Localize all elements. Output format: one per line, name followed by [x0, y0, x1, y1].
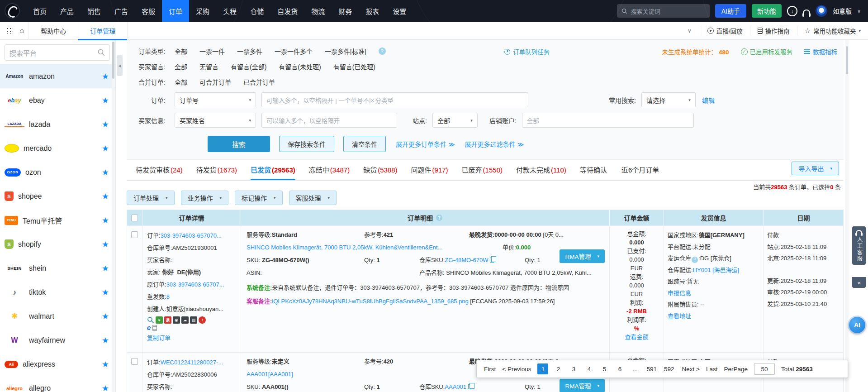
- uncreated-orders-stat[interactable]: 未生成系统单统计：480: [662, 47, 729, 56]
- home-icon[interactable]: ⌂: [19, 26, 24, 35]
- filter-option[interactable]: 有留言(全部): [231, 62, 266, 71]
- status-tab[interactable]: 已发货(29563): [251, 165, 295, 180]
- view-amount-link[interactable]: 查看金额: [610, 333, 664, 341]
- star-icon[interactable]: ★: [102, 287, 109, 297]
- return-icon[interactable]: 退: [164, 316, 171, 324]
- pagination-page[interactable]: 3: [568, 363, 579, 374]
- filter-option[interactable]: 有留言(未处理): [279, 62, 321, 71]
- invoice-icon[interactable]: ¥: [156, 316, 163, 324]
- warehouse-sku-link[interactable]: AAA001: [445, 383, 466, 390]
- help-icon[interactable]: ?: [436, 215, 442, 221]
- sidebar-scrollbar-thumb[interactable]: [112, 42, 114, 79]
- status-tab[interactable]: 近6个月订单: [621, 165, 660, 180]
- nav-menu-item[interactable]: 财务: [332, 0, 359, 22]
- nav-menu-item[interactable]: 订单: [162, 0, 189, 22]
- star-icon[interactable]: ★: [102, 191, 109, 201]
- global-search-input[interactable]: 搜索关键词: [617, 4, 710, 18]
- nav-menu-item[interactable]: 头程: [216, 0, 243, 22]
- order-number-link[interactable]: WEC0122411280027-...: [161, 356, 223, 368]
- pagination-previous[interactable]: < Previous: [502, 366, 531, 373]
- cloud-icon[interactable]: ☁: [181, 316, 189, 324]
- star-icon[interactable]: ★: [102, 143, 109, 153]
- shop-account-input[interactable]: 全部: [522, 113, 694, 128]
- declare-info-link[interactable]: 申报信息: [668, 290, 691, 296]
- resend-count-link[interactable]: 8: [166, 293, 170, 300]
- filter-option[interactable]: 一票多件: [237, 47, 262, 56]
- product-title-link[interactable]: SHINCO Mobiles Klimagerät, 7000 BTU 2,05…: [247, 241, 443, 254]
- select-all-checkbox[interactable]: [131, 215, 138, 221]
- avatar[interactable]: [816, 5, 827, 17]
- star-icon[interactable]: ★: [102, 120, 109, 129]
- filter-option[interactable]: 一票多件[标准]: [325, 47, 366, 56]
- row-checkbox[interactable]: [131, 358, 138, 365]
- filter-option[interactable]: 全部: [175, 47, 187, 56]
- batch-action-button[interactable]: 客服处理 ▾: [289, 191, 337, 205]
- filter-option[interactable]: 一票一件: [199, 47, 225, 56]
- nav-menu-item[interactable]: 客服: [135, 0, 162, 22]
- copy-icon[interactable]: [468, 384, 472, 389]
- pagination-first[interactable]: First: [484, 366, 496, 373]
- platform-item[interactable]: Ali aliexpress ★: [0, 352, 115, 376]
- nav-menu-item[interactable]: 销售: [81, 0, 108, 22]
- pagination-page[interactable]: ...: [630, 363, 640, 374]
- pagination-page[interactable]: 4: [583, 363, 594, 374]
- edition-label[interactable]: 如意版: [833, 6, 852, 15]
- live-replay-link[interactable]: 直播/回放: [700, 26, 750, 36]
- main-scrollbar[interactable]: [845, 40, 849, 392]
- nav-menu-item[interactable]: 报表: [359, 0, 386, 22]
- star-icon[interactable]: ★: [102, 311, 109, 321]
- package-icon[interactable]: ▤: [190, 316, 197, 324]
- filter-option[interactable]: 已合并订单: [243, 77, 275, 86]
- rma-button[interactable]: RMA管理 ▾: [560, 249, 605, 263]
- attachment-icon[interactable]: [152, 325, 157, 331]
- edit-link[interactable]: 编辑: [702, 96, 715, 105]
- filter-option[interactable]: 有留言(已处理): [333, 62, 375, 71]
- pagination-page[interactable]: 2: [553, 363, 564, 374]
- clear-conditions-button[interactable]: 清空条件: [343, 136, 386, 152]
- guide-link[interactable]: 操作指南: [750, 26, 797, 36]
- batch-action-button[interactable]: 订单处理 ▾: [127, 191, 175, 205]
- status-tab[interactable]: 付款未完成(110): [516, 165, 566, 180]
- order-queue-task-link[interactable]: 订单队列任务: [504, 47, 550, 56]
- nav-menu-item[interactable]: 物流: [304, 0, 332, 22]
- order-number-link[interactable]: 303-3974603-657070...: [161, 229, 222, 242]
- order-number-input[interactable]: 可输入多个，以空格隔开 | 一个单号不区分类型: [261, 92, 528, 107]
- ai-assistant-button[interactable]: AI助手: [715, 4, 746, 18]
- save-search-button[interactable]: 保存搜索条件: [279, 136, 334, 152]
- status-tab[interactable]: 问题件(917): [411, 165, 448, 180]
- nav-menu-item[interactable]: 自发货: [270, 0, 304, 22]
- pagination-page[interactable]: 5: [599, 363, 610, 374]
- nav-menu-item[interactable]: 仓储: [243, 0, 270, 22]
- tab-help-center[interactable]: 帮助中心: [28, 22, 78, 40]
- nav-menu-item[interactable]: 采购: [189, 0, 216, 22]
- nav-menu-item[interactable]: 设置: [386, 0, 413, 22]
- nav-menu-item[interactable]: 广告: [108, 0, 135, 22]
- search-icon[interactable]: [147, 316, 154, 324]
- new-features-button[interactable]: 新功能: [752, 4, 782, 18]
- nav-menu-item[interactable]: 产品: [53, 0, 81, 22]
- status-tab[interactable]: 缺货(5388): [363, 165, 397, 180]
- star-icon[interactable]: ★: [102, 96, 109, 105]
- download-icon[interactable]: ↓: [787, 6, 797, 16]
- star-icon[interactable]: ★: [102, 383, 109, 392]
- platform-item[interactable]: LAZADA lazada ★: [0, 112, 115, 136]
- star-icon[interactable]: ★: [102, 215, 109, 225]
- order-number-type-select[interactable]: 订单号 ▾: [175, 92, 256, 107]
- status-tab[interactable]: 等待确认: [580, 165, 608, 180]
- star-icon[interactable]: ★: [102, 239, 109, 249]
- pagination-next[interactable]: Next >: [682, 366, 699, 373]
- star-icon[interactable]: ★: [102, 167, 109, 177]
- status-tab[interactable]: 待发货(1673): [196, 165, 237, 180]
- pagination-page[interactable]: 6: [614, 363, 625, 374]
- customer-service-widget[interactable]: 人工客服: [852, 226, 866, 265]
- star-icon[interactable]: ★: [102, 72, 109, 81]
- pagination-page[interactable]: 592: [663, 363, 676, 374]
- alert-icon[interactable]: !: [199, 316, 206, 324]
- widget-collapse-button[interactable]: »: [852, 277, 866, 288]
- search-button[interactable]: 搜索: [208, 136, 270, 152]
- status-tab[interactable]: 已废弃(1550): [462, 165, 503, 180]
- batch-action-button[interactable]: 业务操作 ▾: [181, 191, 229, 205]
- chevron-down-icon[interactable]: ∨: [857, 8, 861, 14]
- help-icon[interactable]: ?: [692, 257, 698, 263]
- camera-icon[interactable]: ◉: [173, 316, 180, 324]
